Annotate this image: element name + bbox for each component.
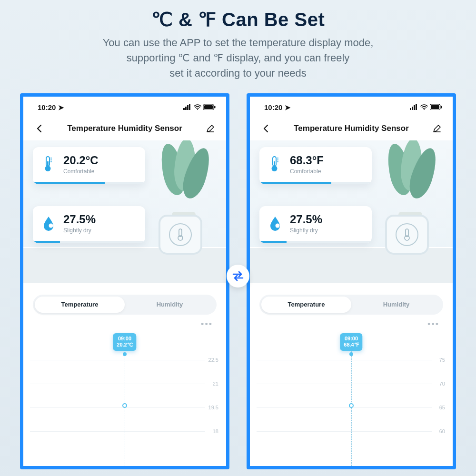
humidity-progress [259, 241, 372, 243]
y-axis-label: 19.5 [208, 405, 218, 410]
status-time: 10:20 ➤ [264, 103, 291, 112]
temperature-chart[interactable]: 22.5 21 19.5 18 09:0020.2℃ [23, 331, 226, 466]
svg-point-4 [197, 109, 198, 110]
temperature-status: Comfortable [290, 168, 324, 175]
page-title: Temperature Humidity Sensor [67, 124, 182, 133]
back-button[interactable] [260, 123, 271, 134]
svg-rect-12 [47, 161, 49, 167]
temperature-progress [259, 182, 372, 184]
svg-rect-23 [431, 105, 439, 109]
page-title: Temperature Humidity Sensor [294, 124, 409, 133]
y-axis-label: 22.5 [208, 357, 218, 363]
chart-tooltip: 09:0068.4℉ [340, 333, 362, 351]
svg-rect-7 [214, 106, 216, 109]
hero-line2: supporting ℃ and ℉ display, and you can … [127, 52, 350, 64]
wifi-icon [420, 103, 428, 111]
temperature-value: 68.3°F [290, 154, 324, 167]
temperature-value: 20.2°C [63, 154, 99, 167]
droplet-icon [40, 214, 57, 233]
status-bar: 10:20 ➤ [23, 97, 226, 115]
phone-fahrenheit: 10:20 ➤ Temperature Humidity Sensor [247, 93, 456, 469]
tab-humidity[interactable]: Humidity [351, 297, 441, 313]
humidity-card[interactable]: 27.5% Slightly dry [33, 206, 145, 243]
chart-tabs: Temperature Humidity [259, 295, 443, 315]
sensor-device-illustration [159, 215, 202, 255]
location-arrow-icon: ➤ [285, 103, 291, 111]
svg-rect-19 [414, 105, 415, 110]
temperature-card[interactable]: 68.3°F Comfortable [259, 147, 372, 184]
svg-rect-1 [185, 107, 187, 110]
temperature-chart[interactable]: 75 70 65 60 09:0068.4℉ [250, 331, 453, 466]
status-time: 10:20 ➤ [38, 103, 64, 112]
y-axis-label: 75 [439, 357, 445, 363]
svg-rect-24 [441, 106, 442, 109]
chart-marker [349, 403, 354, 408]
more-options-button[interactable]: ••• [23, 315, 226, 329]
y-axis-label: 65 [439, 405, 445, 410]
battery-icon [203, 103, 216, 111]
svg-rect-29 [274, 161, 275, 167]
status-bar: 10:20 ➤ [250, 97, 453, 115]
hero-line1: You can use the APP to set the temperatu… [103, 37, 374, 49]
sensor-device-illustration [385, 215, 429, 255]
humidity-value: 27.5% [290, 213, 322, 226]
temperature-progress [33, 182, 145, 184]
droplet-icon [267, 214, 283, 233]
svg-point-21 [424, 109, 425, 110]
chart-tabs: Temperature Humidity [33, 295, 217, 315]
battery-icon [430, 103, 442, 111]
hero-title: ℃ & ℉ Can Be Set [0, 9, 476, 30]
humidity-value: 27.5% [63, 213, 96, 226]
svg-rect-0 [183, 108, 185, 110]
y-axis-label: 18 [213, 428, 218, 434]
hero-line3: set it according to your needs [169, 67, 306, 79]
edit-button[interactable] [205, 123, 216, 134]
more-options-button[interactable]: ••• [250, 315, 453, 329]
back-button[interactable] [34, 123, 44, 134]
phone-celsius: 10:20 ➤ Temperature Humidity Sensor [20, 93, 229, 469]
edit-button[interactable] [432, 123, 442, 134]
signal-icon [183, 103, 192, 111]
chart-marker [122, 403, 127, 408]
thermometer-icon [40, 155, 57, 174]
humidity-status: Slightly dry [63, 227, 96, 234]
y-axis-label: 70 [439, 381, 445, 387]
temperature-status: Comfortable [63, 168, 99, 175]
svg-rect-3 [189, 104, 190, 110]
y-axis-label: 60 [439, 428, 445, 434]
chart-point [123, 352, 127, 356]
tab-temperature[interactable]: Temperature [261, 297, 351, 313]
humidity-progress [33, 241, 145, 243]
chart-point [349, 352, 353, 356]
chart-tooltip: 09:0020.2℃ [113, 333, 136, 351]
y-axis-label: 21 [213, 381, 218, 387]
svg-rect-20 [416, 104, 417, 110]
tab-temperature[interactable]: Temperature [35, 297, 125, 313]
svg-point-16 [49, 223, 53, 228]
humidity-card[interactable]: 27.5% Slightly dry [259, 206, 372, 243]
wifi-icon [194, 103, 201, 111]
thermometer-icon [267, 155, 283, 174]
svg-rect-6 [204, 105, 213, 109]
svg-rect-2 [187, 105, 188, 110]
signal-icon [410, 103, 418, 111]
hero-description: You can use the APP to set the temperatu… [0, 35, 476, 81]
svg-rect-17 [410, 108, 411, 110]
tab-humidity[interactable]: Humidity [125, 297, 215, 313]
location-arrow-icon: ➤ [58, 103, 64, 111]
svg-point-33 [276, 223, 280, 228]
temperature-card[interactable]: 20.2°C Comfortable [33, 147, 145, 184]
svg-rect-18 [412, 107, 413, 110]
humidity-status: Slightly dry [290, 227, 322, 234]
swap-arrows-icon [227, 265, 249, 288]
